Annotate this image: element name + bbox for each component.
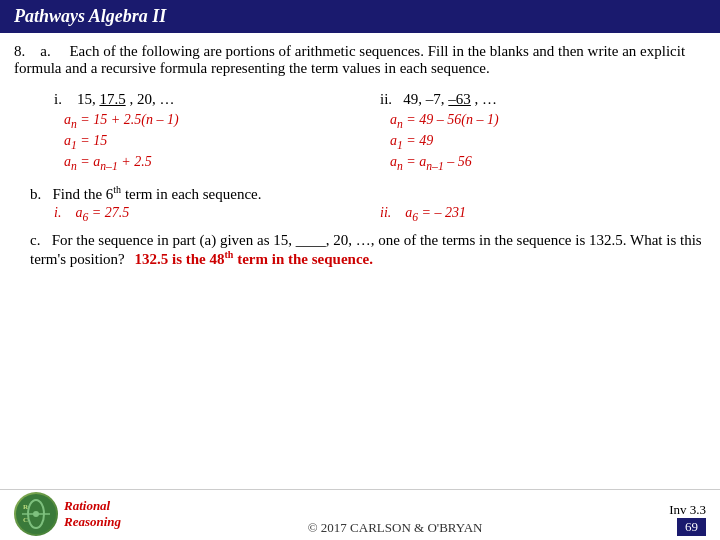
seq-ii-label: ii. 49, –7, –63 , … — [380, 91, 497, 107]
formula-ii-1: an = 49 – 56(n – 1) — [390, 112, 706, 131]
formula-i-1: an = 15 + 2.5(n – 1) — [64, 112, 380, 131]
formula-i-3: an = an–1 + 2.5 — [64, 154, 380, 173]
formula-ii-2: a1 = 49 — [390, 133, 706, 152]
answer-i: i. a6 = 27.5 — [54, 205, 380, 224]
formula-block-i: an = 15 + 2.5(n – 1) a1 = 15 an = an–1 +… — [54, 112, 380, 172]
sequences-row: i. 15, 17.5 , 20, … ii. 49, –7, –63 , … — [54, 91, 706, 108]
part-c: c. For the sequence in part (a) given as… — [30, 232, 706, 268]
footer-right: Inv 3.3 69 — [669, 502, 706, 536]
formula-i-2: a1 = 15 — [64, 133, 380, 152]
formulas-row: an = 15 + 2.5(n – 1) a1 = 15 an = an–1 +… — [54, 112, 706, 172]
seq-ii-underline: –63 — [448, 91, 471, 107]
answer-ii: ii. a6 = – 231 — [380, 205, 706, 224]
sequence-i: i. 15, 17.5 , 20, … — [54, 91, 380, 108]
footer: R C Rational Reasoning © 2017 CARLSON & … — [0, 489, 720, 540]
svg-text:C: C — [23, 516, 28, 524]
th-superscript: th — [113, 184, 121, 195]
main-content: 8. a. Each of the following are portions… — [0, 33, 720, 489]
logo: R C Rational Reasoning — [14, 492, 121, 536]
formula-ii-3: an = an–1 – 56 — [390, 154, 706, 173]
page: Pathways Algebra II 8. a. Each of the fo… — [0, 0, 720, 540]
logo-rational: Rational — [64, 498, 121, 514]
sequence-ii: ii. 49, –7, –63 , … — [380, 91, 706, 108]
page-header: Pathways Algebra II — [0, 0, 720, 33]
problem-number: 8. — [14, 43, 25, 59]
page-number: 69 — [677, 518, 706, 536]
page-title: Pathways Algebra II — [14, 6, 166, 26]
seq-i-underline: 17.5 — [99, 91, 125, 107]
logo-text: Rational Reasoning — [64, 498, 121, 530]
part-b: b. Find the 6th term in each sequence. — [30, 184, 706, 203]
logo-icon: R C — [14, 492, 58, 536]
logo-reasoning: Reasoning — [64, 514, 121, 530]
copyright: © 2017 CARLSON & O'BRYAN — [308, 520, 483, 536]
part-b-answers: i. a6 = 27.5 ii. a6 = – 231 — [54, 205, 706, 224]
part-a-text: Each of the following are portions of ar… — [14, 43, 685, 76]
inv-label: Inv 3.3 — [669, 502, 706, 518]
problem-statement: 8. a. Each of the following are portions… — [14, 43, 706, 77]
svg-point-3 — [33, 511, 39, 517]
part-a-label: a. — [40, 43, 50, 59]
formula-block-ii: an = 49 – 56(n – 1) a1 = 49 an = an–1 – … — [380, 112, 706, 172]
seq-i-label: i. 15, 17.5 , 20, … — [54, 91, 174, 107]
part-c-answer: 132.5 is the 48th term in the sequence. — [135, 251, 373, 267]
